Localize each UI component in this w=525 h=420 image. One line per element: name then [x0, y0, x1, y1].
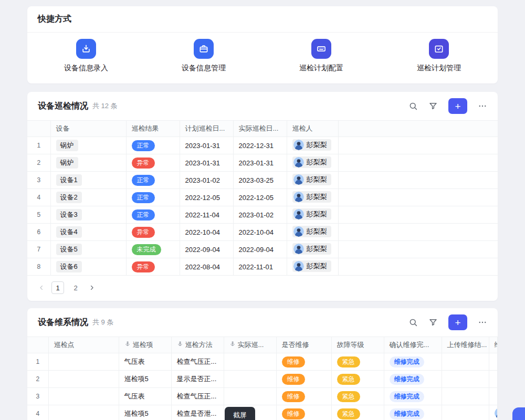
cell-inspector[interactable]: 彭梨梨	[287, 189, 338, 206]
cell-last[interactable]	[489, 388, 498, 405]
more-button[interactable]	[478, 101, 487, 111]
column-header[interactable]: 巡检项	[119, 337, 171, 353]
cell-actual-date[interactable]: 2022-12-31	[233, 137, 287, 154]
page-button-1[interactable]: 1	[51, 281, 64, 294]
cell-planned-date[interactable]: 2022-08-04	[180, 258, 233, 276]
cell-result[interactable]: 正常	[126, 172, 180, 189]
cell-device[interactable]: 设备3	[50, 206, 126, 224]
column-header[interactable]: 维...	[489, 337, 498, 353]
filter-icon[interactable]	[428, 101, 438, 111]
cell-actual-date[interactable]: 2022-10-04	[233, 224, 287, 241]
cell-planned-date[interactable]: 2022-12-05	[180, 189, 233, 206]
cell-inspection-item[interactable]: 巡检项5	[119, 405, 171, 420]
cell-device[interactable]: 设备4	[50, 224, 126, 241]
column-header[interactable]: 巡检人	[287, 121, 338, 137]
cell-result[interactable]: 正常	[126, 137, 180, 154]
cell-confirm-repair[interactable]: 维修完成	[384, 353, 442, 371]
cell-inspection-item[interactable]: 气压表	[119, 388, 171, 405]
more-button[interactable]	[478, 318, 487, 327]
column-header[interactable]: 巡检结果	[126, 121, 180, 137]
cell-actual-date[interactable]: 2022-12-05	[233, 189, 287, 206]
column-header[interactable]: 设备	[50, 121, 126, 137]
cell-device[interactable]: 锅炉	[50, 137, 126, 154]
cell-inspector[interactable]: 彭梨梨	[287, 258, 338, 276]
cell-actual[interactable]	[224, 388, 276, 405]
column-header[interactable]: 巡检方法	[171, 337, 224, 353]
cell-confirm-repair[interactable]: 维修完成	[384, 371, 442, 388]
cell-inspection-method[interactable]: 检查气压正...	[171, 353, 224, 371]
cell-planned-date[interactable]: 2022-11-04	[180, 206, 233, 224]
cell-device[interactable]: 设备1	[50, 172, 126, 189]
next-page-icon[interactable]	[88, 284, 96, 291]
cell-planned-date[interactable]: 2022-10-04	[180, 224, 233, 241]
cell-fault-level[interactable]: 紧急	[331, 405, 384, 420]
cell-last[interactable]	[489, 371, 498, 388]
cell-result[interactable]: 异常	[126, 224, 180, 241]
shortcut-item-3[interactable]: 巡检计划配置	[262, 39, 380, 73]
cell-device[interactable]: 设备2	[50, 189, 126, 206]
column-header[interactable]: 是否维修	[276, 337, 331, 353]
cell-inspector[interactable]: 彭梨梨	[287, 172, 338, 189]
cell-last[interactable]	[489, 405, 498, 420]
cell-inspection-method[interactable]: 检查是否泄...	[171, 405, 224, 420]
column-header[interactable]: 实际巡检日...	[233, 121, 287, 137]
column-header[interactable]: 故障等级	[331, 337, 384, 353]
add-record-button[interactable]: +	[448, 98, 467, 114]
cell-actual[interactable]	[224, 353, 276, 371]
cell-result[interactable]: 未完成	[126, 241, 180, 258]
page-button-2[interactable]: 2	[69, 281, 82, 294]
cell-planned-date[interactable]: 2023-01-31	[180, 137, 233, 154]
cell-fault-level[interactable]: 紧急	[331, 371, 384, 388]
cell-actual-date[interactable]: 2023-01-31	[233, 154, 287, 172]
cell-repair[interactable]: 维修	[276, 371, 331, 388]
search-icon[interactable]	[408, 318, 418, 327]
cell-repair[interactable]: 维修	[276, 405, 331, 420]
cell-result[interactable]: 异常	[126, 154, 180, 172]
cell-device[interactable]: 锅炉	[50, 154, 126, 172]
cell-upload-result[interactable]	[442, 371, 489, 388]
cell-inspector[interactable]: 彭梨梨	[287, 224, 338, 241]
cell-inspection-point[interactable]	[48, 405, 119, 420]
cell-fault-level[interactable]: 紧急	[331, 388, 384, 405]
cell-last[interactable]	[489, 353, 498, 371]
cell-actual-date[interactable]: 2023-03-25	[233, 172, 287, 189]
prev-page-icon[interactable]	[38, 284, 45, 291]
cell-confirm-repair[interactable]: 维修完成	[384, 405, 442, 420]
filter-icon[interactable]	[428, 318, 438, 327]
shortcut-item-2[interactable]: 设备信息管理	[145, 39, 262, 73]
cell-inspection-item[interactable]: 气压表	[119, 353, 171, 371]
cell-inspection-method[interactable]: 检查气压正...	[171, 388, 224, 405]
floating-action-button[interactable]	[512, 407, 525, 420]
cell-actual-date[interactable]: 2023-01-02	[233, 206, 287, 224]
cell-device[interactable]: 设备5	[50, 241, 126, 258]
column-header[interactable]: 确认维修完...	[384, 337, 442, 353]
cell-inspection-method[interactable]: 显示是否正...	[171, 371, 224, 388]
cell-inspector[interactable]: 彭梨梨	[287, 154, 338, 172]
add-record-button[interactable]: +	[448, 314, 467, 330]
cell-repair[interactable]: 维修	[276, 353, 331, 371]
cell-upload-result[interactable]	[442, 388, 489, 405]
cell-planned-date[interactable]: 2022-09-04	[180, 241, 233, 258]
column-header[interactable]: 巡检点	[48, 337, 119, 353]
column-header[interactable]: 上传维修结...	[442, 337, 489, 353]
cell-actual-date[interactable]: 2022-11-01	[233, 258, 287, 276]
cell-inspector[interactable]: 彭梨梨	[287, 206, 338, 224]
cell-inspection-point[interactable]	[48, 388, 119, 405]
cell-repair[interactable]: 维修	[276, 388, 331, 405]
search-icon[interactable]	[408, 101, 418, 111]
cell-upload-result[interactable]	[442, 405, 489, 420]
cell-result[interactable]: 正常	[126, 189, 180, 206]
cell-planned-date[interactable]: 2023-01-31	[180, 154, 233, 172]
cell-confirm-repair[interactable]: 维修完成	[384, 388, 442, 405]
column-header[interactable]: 计划巡检日...	[180, 121, 233, 137]
cell-inspection-item[interactable]: 巡检项5	[119, 371, 171, 388]
cell-fault-level[interactable]: 紧急	[331, 353, 384, 371]
column-header[interactable]: 实际巡...	[224, 337, 276, 353]
cell-device[interactable]: 设备6	[50, 258, 126, 276]
cell-result[interactable]: 正常	[126, 206, 180, 224]
shortcut-item-1[interactable]: 设备信息录入	[27, 39, 145, 73]
cell-upload-result[interactable]	[442, 353, 489, 371]
cell-inspection-point[interactable]	[48, 353, 119, 371]
cell-planned-date[interactable]: 2023-01-02	[180, 172, 233, 189]
cell-result[interactable]: 异常	[126, 258, 180, 276]
